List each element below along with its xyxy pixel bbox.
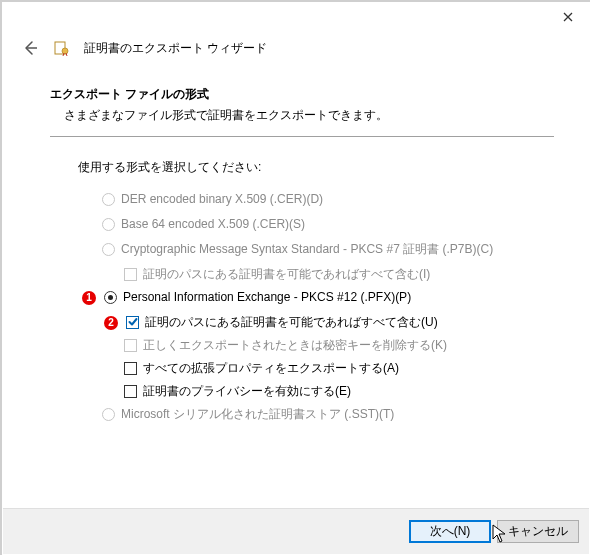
radio-icon (102, 218, 115, 231)
option-label: 証明のパスにある証明書を可能であればすべて含む(I) (143, 267, 430, 282)
option-label: Microsoft シリアル化された証明書ストア (.SST)(T) (121, 407, 394, 422)
checkbox-icon (124, 268, 137, 281)
option-pfx-delete-key: 正しくエクスポートされたときは秘密キーを削除する(K) (124, 338, 554, 353)
radio-icon (102, 243, 115, 256)
section-heading: エクスポート ファイルの形式 (50, 86, 554, 103)
wizard-title: 証明書のエクスポート ウィザード (84, 40, 267, 57)
divider (50, 136, 554, 137)
option-pfx-privacy[interactable]: 証明書のプライバシーを有効にする(E) (124, 384, 554, 399)
annotation-badge-1: 1 (82, 291, 96, 305)
option-der: DER encoded binary X.509 (.CER)(D) (102, 192, 554, 207)
option-sst: Microsoft シリアル化された証明書ストア (.SST)(T) (102, 407, 554, 422)
option-label: Base 64 encoded X.509 (.CER)(S) (121, 217, 305, 232)
back-button[interactable] (20, 38, 40, 58)
option-p7b-include-path: 証明のパスにある証明書を可能であればすべて含む(I) (124, 267, 554, 282)
next-button[interactable]: 次へ(N) (409, 520, 491, 543)
format-prompt: 使用する形式を選択してください: (78, 159, 554, 176)
radio-icon[interactable] (104, 291, 117, 304)
cancel-button[interactable]: キャンセル (497, 520, 579, 543)
option-label: 正しくエクスポートされたときは秘密キーを削除する(K) (143, 338, 447, 353)
option-label: Cryptographic Message Syntax Standard - … (121, 242, 493, 257)
close-button[interactable] (545, 2, 590, 32)
option-label: 証明書のプライバシーを有効にする(E) (143, 384, 351, 399)
option-base64: Base 64 encoded X.509 (.CER)(S) (102, 217, 554, 232)
option-label: すべての拡張プロパティをエクスポートする(A) (143, 361, 399, 376)
checkbox-icon[interactable] (124, 385, 137, 398)
radio-icon (102, 408, 115, 421)
option-pfx[interactable]: 1 Personal Information Exchange - PKCS #… (82, 290, 554, 305)
radio-icon (102, 193, 115, 206)
option-label: Personal Information Exchange - PKCS #12… (123, 290, 411, 305)
option-label: 証明のパスにある証明書を可能であればすべて含む(U) (145, 315, 438, 330)
certificate-wizard-icon (54, 40, 70, 56)
checkbox-icon[interactable] (124, 362, 137, 375)
option-pfx-ext-props[interactable]: すべての拡張プロパティをエクスポートする(A) (124, 361, 554, 376)
checkbox-icon (124, 339, 137, 352)
annotation-badge-2: 2 (104, 316, 118, 330)
checkbox-icon[interactable] (126, 316, 139, 329)
button-label: キャンセル (508, 523, 568, 540)
option-pfx-include-path[interactable]: 2 証明のパスにある証明書を可能であればすべて含む(U) (104, 315, 554, 330)
option-p7b: Cryptographic Message Syntax Standard - … (102, 242, 554, 257)
svg-point-1 (62, 48, 68, 54)
button-label: 次へ(N) (430, 523, 471, 540)
section-sub: さまざまなファイル形式で証明書をエクスポートできます。 (64, 107, 554, 124)
option-label: DER encoded binary X.509 (.CER)(D) (121, 192, 323, 207)
